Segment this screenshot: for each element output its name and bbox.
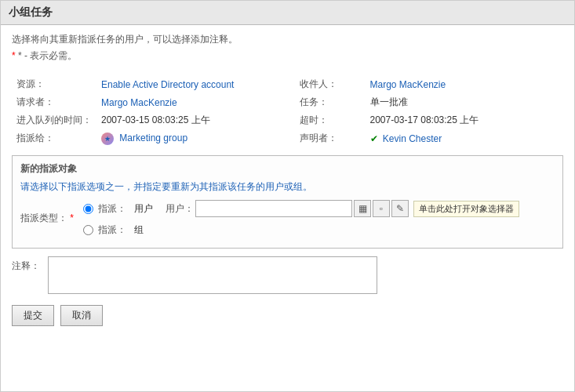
new-assign-section: 新的指派对象 请选择以下指派选项之一，并指定要重新为其指派该任务的用户或组。 指… <box>12 155 563 249</box>
required-star: * <box>12 50 16 61</box>
type-required-star: * <box>70 212 74 223</box>
assign-user-text: 指派： <box>98 202 129 216</box>
info-table: 资源： Enable Active Directory account 收件人：… <box>12 75 563 147</box>
requester-label: 请求者： <box>12 93 96 111</box>
page-content: 选择将向其重新指派任务的用户，可以选择添加注释。 * * - 表示必需。 资源：… <box>1 25 574 334</box>
user-text: 用户 <box>134 202 153 216</box>
recipient-label: 收件人： <box>295 75 366 93</box>
page-title: 小组任务 <box>1 1 574 25</box>
requester-value: Margo MacKenzie <box>96 93 295 111</box>
task-label: 任务： <box>295 93 366 111</box>
timeout-label: 超时： <box>295 111 366 129</box>
check-icon: ✔ <box>370 133 378 144</box>
submit-button[interactable]: 提交 <box>12 305 54 326</box>
section-title: 新的指派对象 <box>20 162 555 176</box>
source-label: 资源： <box>12 75 96 93</box>
section-instruction: 请选择以下指派选项之一，并指定要重新为其指派该任务的用户或组。 <box>20 180 555 194</box>
source-value: Enable Active Directory account <box>96 75 295 93</box>
radio-option-user: 指派： 用户 用户： ▦ ▫ ✎ 单击此处打开对象选择器 <box>83 200 519 217</box>
object-selector-icon1[interactable]: ▦ <box>354 200 371 217</box>
notes-textarea[interactable] <box>48 256 377 294</box>
declarant-label: 声明者： <box>295 129 366 147</box>
assign-type-row: 指派类型： * 指派： 用户 用户： ▦ ▫ ✎ 单 <box>20 200 555 237</box>
edit-icon[interactable]: ✎ <box>391 200 409 217</box>
radio-assign-group[interactable] <box>83 225 93 235</box>
buttons-row: 提交 取消 <box>12 305 563 326</box>
radio-assign-user[interactable] <box>83 204 93 214</box>
table-row: 进入队列的时间： 2007-03-15 08:03:25 上午 超时： 2007… <box>12 111 563 129</box>
queue-time-value: 2007-03-15 08:03:25 上午 <box>96 111 295 129</box>
user-input[interactable] <box>195 200 352 217</box>
cancel-button[interactable]: 取消 <box>60 305 103 326</box>
page-container: 小组任务 选择将向其重新指派任务的用户，可以选择添加注释。 * * - 表示必需… <box>0 0 575 392</box>
radio-option-group: 指派： 组 <box>83 223 519 237</box>
object-selector-icon2[interactable]: ▫ <box>373 200 390 217</box>
assign-to-value: ★ Marketing group <box>96 129 295 147</box>
task-value: 单一批准 <box>366 93 564 111</box>
queue-time-label: 进入队列的时间： <box>12 111 96 129</box>
user-input-row: 用户： ▦ ▫ ✎ 单击此处打开对象选择器 <box>166 200 519 217</box>
required-note: * * - 表示必需。 <box>12 49 563 63</box>
group-icon: ★ <box>101 132 114 145</box>
recipient-value: Margo MacKenzie <box>366 75 564 93</box>
notes-label: 注释： <box>12 256 43 273</box>
assign-group-text: 指派： <box>98 223 129 237</box>
table-row: 指派给： ★ Marketing group 声明者： ✔ Kevin Ches… <box>12 129 563 147</box>
assign-type-label: 指派类型： * <box>20 212 83 225</box>
group-text: 组 <box>134 223 144 237</box>
radio-group: 指派： 用户 用户： ▦ ▫ ✎ 单击此处打开对象选择器 指 <box>83 200 519 237</box>
user-label: 用户： <box>166 202 194 216</box>
description-text: 选择将向其重新指派任务的用户，可以选择添加注释。 <box>12 33 563 46</box>
timeout-value: 2007-03-17 08:03:25 上午 <box>366 111 564 129</box>
declarant-value: ✔ Kevin Chester <box>366 129 564 147</box>
assign-to-label: 指派给： <box>12 129 96 147</box>
table-row: 资源： Enable Active Directory account 收件人：… <box>12 75 563 93</box>
tooltip-text: 单击此处打开对象选择器 <box>413 201 519 217</box>
notes-section: 注释： <box>12 256 563 294</box>
table-row: 请求者： Margo MacKenzie 任务： 单一批准 <box>12 93 563 111</box>
